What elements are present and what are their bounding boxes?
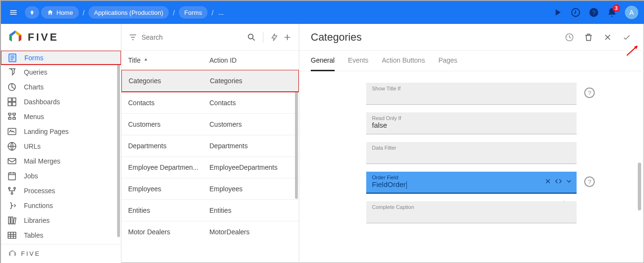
table-row[interactable]: Categories Categories (121, 70, 299, 92)
sidebar-item-processes[interactable]: Processes (1, 183, 121, 198)
tab-events[interactable]: Events (348, 51, 369, 71)
field-label: Complete Caption (372, 204, 571, 210)
row-action: Customers (209, 121, 292, 128)
breadcrumb-forms-label: Forms (185, 9, 202, 16)
search-input[interactable] (142, 33, 247, 41)
field-order-field[interactable]: Order Field FieldOrder (366, 172, 577, 194)
help-icon[interactable]: ? (584, 88, 595, 98)
detail-title: Categories (311, 31, 361, 44)
add-button[interactable] (283, 33, 292, 42)
field-data-filter[interactable]: Data Filter (366, 142, 577, 164)
notifications-icon[interactable]: 3 (607, 7, 617, 18)
menu-toggle[interactable] (7, 6, 20, 19)
logo-icon (7, 29, 24, 46)
tab-action-buttons[interactable]: Action Buttons (382, 51, 425, 71)
sidebar-item-label: Libraries (24, 217, 50, 224)
logo-text: FIVE (28, 31, 59, 44)
svg-rect-28 (9, 217, 11, 224)
sidebar-scrollbar[interactable] (117, 52, 120, 237)
field-show-title-if[interactable]: Show Title If (366, 83, 577, 105)
breadcrumb-home[interactable]: Home (41, 6, 79, 19)
field-complete-caption[interactable]: Complete Caption (366, 201, 577, 223)
row-title: Employee Departmen... (128, 164, 209, 171)
breadcrumb-up[interactable] (25, 6, 39, 19)
table-row[interactable]: Departments Departments (121, 135, 299, 156)
sort-asc-icon (142, 57, 149, 64)
row-title: Departments (128, 142, 209, 150)
history-button[interactable] (564, 32, 575, 43)
svg-rect-15 (13, 117, 16, 119)
sidebar-item-dashboards[interactable]: Dashboards (1, 94, 121, 109)
urls-icon (7, 141, 20, 152)
save-button[interactable] (621, 32, 633, 43)
sidebar-item-queries[interactable]: Queries (1, 65, 121, 79)
detail-header: Categories (299, 24, 644, 51)
search-field[interactable] (142, 33, 256, 42)
svg-rect-10 (8, 102, 11, 105)
sidebar-item-jobs[interactable]: Jobs (1, 168, 121, 183)
breadcrumb-forms[interactable]: Forms (179, 6, 208, 19)
close-button[interactable] (602, 32, 613, 43)
breadcrumb-applications[interactable]: Applications (Production) (88, 6, 169, 19)
table-row[interactable]: Employee Departmen... EmployeeDepartment… (121, 156, 299, 178)
tab-general[interactable]: General (311, 51, 335, 71)
libraries-icon (7, 215, 20, 226)
svg-point-27 (11, 192, 13, 194)
table-row[interactable]: Employees Employees (121, 178, 299, 199)
sidebar-item-landing-pages[interactable]: Landing Pages (1, 124, 121, 139)
help-icon[interactable]: ? (584, 176, 595, 187)
field-value: false (372, 121, 387, 129)
avatar[interactable]: A (625, 6, 638, 19)
chevron-down-icon[interactable] (565, 177, 573, 185)
breadcrumb-applications-label: Applications (Production) (94, 9, 164, 16)
row-title: Contacts (128, 99, 209, 107)
search-icon[interactable] (247, 33, 256, 42)
sidebar-item-charts[interactable]: Charts (1, 79, 121, 94)
sidebar-item-forms[interactable]: Forms (1, 51, 121, 65)
list-scrollbar[interactable] (295, 75, 298, 199)
tab-pages[interactable]: Pages (438, 51, 458, 71)
row-title: Categories (129, 77, 210, 85)
sidebar-item-urls[interactable]: URLs (1, 139, 121, 153)
filter-icon[interactable] (128, 33, 138, 42)
col-header-title[interactable]: Title (128, 56, 209, 64)
col-header-action[interactable]: Action ID (209, 56, 292, 64)
table-row[interactable]: Entities Entities (121, 199, 299, 221)
queries-icon (7, 67, 20, 77)
deploy-icon[interactable] (570, 7, 581, 18)
field-read-only-if[interactable]: Read Only If false (366, 112, 577, 134)
sidebar-item-label: Dashboards (24, 98, 60, 106)
svg-point-25 (9, 187, 11, 189)
svg-rect-11 (12, 102, 16, 105)
sidebar-item-tables[interactable]: Tables (1, 228, 121, 242)
sidebar-item-label: Landing Pages (24, 128, 68, 135)
table-row[interactable]: Customers Customers (121, 113, 299, 135)
svg-rect-8 (8, 98, 11, 101)
sidebar-item-label: Forms (24, 54, 44, 62)
sidebar-item-label: Jobs (24, 172, 38, 180)
row-title: Customers (128, 121, 209, 128)
sidebar: FIVE Forms Queries Charts Dashboards Men… (1, 24, 121, 263)
sidebar-item-mail-merges[interactable]: Mail Merges (1, 153, 121, 168)
main: FIVE Forms Queries Charts Dashboards Men… (1, 24, 644, 263)
wizard-icon[interactable] (270, 32, 279, 43)
svg-point-36 (248, 34, 253, 39)
row-action: Employees (209, 185, 292, 193)
sidebar-item-menus[interactable]: Menus (1, 109, 121, 124)
forms-icon (7, 53, 21, 63)
delete-button[interactable] (583, 32, 594, 43)
sidebar-footer-text: FIVE (21, 250, 41, 257)
clear-icon[interactable] (544, 177, 552, 185)
functions-icon (7, 200, 20, 211)
play-icon[interactable] (552, 7, 563, 18)
table-row[interactable]: Contacts Contacts (121, 92, 299, 113)
sidebar-item-libraries[interactable]: Libraries (1, 213, 121, 228)
row-action: Entities (209, 207, 292, 214)
detail-scrollbar[interactable] (638, 163, 641, 210)
table-row[interactable]: Motor Dealers MotorDealers (121, 221, 299, 242)
help-icon[interactable]: ? (589, 7, 599, 18)
detail-actions (564, 32, 633, 43)
sidebar-item-functions[interactable]: Functions (1, 198, 121, 213)
charts-icon (7, 82, 20, 92)
code-icon[interactable] (555, 177, 562, 185)
